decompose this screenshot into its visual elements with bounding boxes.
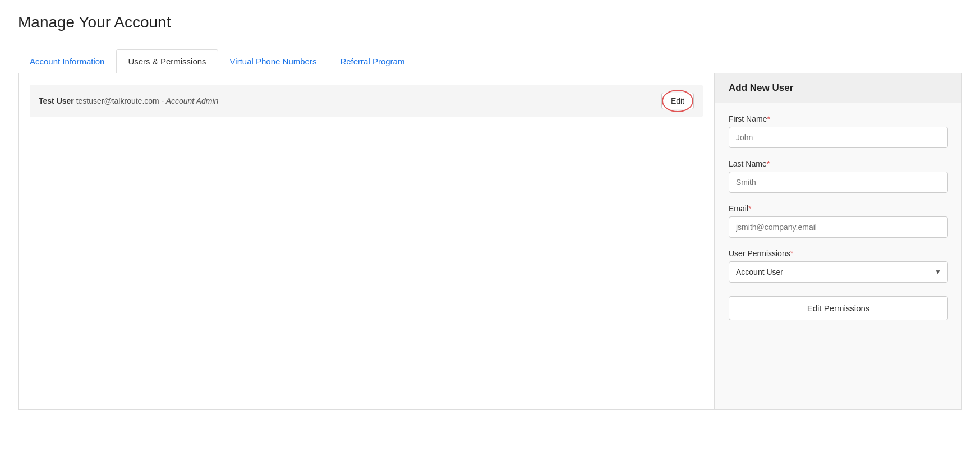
user-email: testuser@talkroute.com xyxy=(76,96,159,105)
users-list-panel: Test User testuser@talkroute.com - Accou… xyxy=(19,73,715,409)
add-user-form: First Name* Last Name* Email* xyxy=(715,103,961,331)
email-group: Email* xyxy=(729,204,948,238)
add-user-panel: Add New User First Name* Last Name* xyxy=(715,73,961,409)
edit-user-button[interactable]: Edit xyxy=(661,93,694,109)
edit-button-wrapper: Edit xyxy=(661,93,694,109)
tab-virtual-phone-numbers[interactable]: Virtual Phone Numbers xyxy=(218,49,329,73)
user-role: - Account Admin xyxy=(162,96,219,105)
email-input[interactable] xyxy=(729,216,948,238)
email-label: Email* xyxy=(729,204,948,213)
edit-permissions-button[interactable]: Edit Permissions xyxy=(729,296,948,320)
user-permissions-label: User Permissions* xyxy=(729,249,948,258)
first-name-label: First Name* xyxy=(729,114,948,123)
user-info: Test User testuser@talkroute.com - Accou… xyxy=(39,96,218,105)
user-name: Test User xyxy=(39,96,74,105)
content-area: Test User testuser@talkroute.com - Accou… xyxy=(18,73,962,410)
tab-bar: Account Information Users & Permissions … xyxy=(18,49,962,73)
last-name-input[interactable] xyxy=(729,172,948,193)
first-name-group: First Name* xyxy=(729,114,948,148)
user-permissions-group: User Permissions* Account User Account A… xyxy=(729,249,948,283)
tab-account-information[interactable]: Account Information xyxy=(18,49,116,73)
user-permissions-select[interactable]: Account User Account Admin xyxy=(729,261,948,283)
first-name-input[interactable] xyxy=(729,127,948,148)
add-user-header: Add New User xyxy=(715,73,961,103)
last-name-label: Last Name* xyxy=(729,159,948,168)
page-title: Manage Your Account xyxy=(18,13,962,31)
user-permissions-select-wrapper: Account User Account Admin ▼ xyxy=(729,261,948,283)
last-name-group: Last Name* xyxy=(729,159,948,193)
table-row: Test User testuser@talkroute.com - Accou… xyxy=(30,85,703,117)
tab-referral-program[interactable]: Referral Program xyxy=(328,49,416,73)
tab-users-permissions[interactable]: Users & Permissions xyxy=(116,49,218,73)
